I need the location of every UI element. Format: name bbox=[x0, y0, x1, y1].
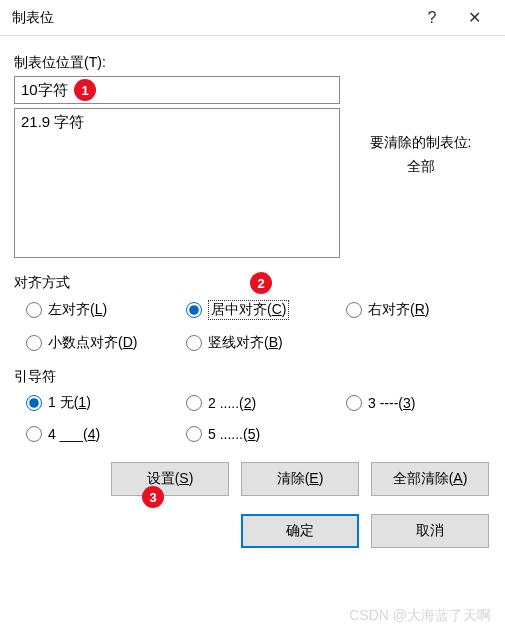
clear-button[interactable]: 清除(E) bbox=[241, 462, 359, 496]
align-right-radio[interactable]: 右对齐(R) bbox=[346, 300, 505, 320]
annotation-marker-1: 1 bbox=[74, 79, 96, 101]
clear-all-button[interactable]: 全部清除(A) bbox=[371, 462, 489, 496]
titlebar: 制表位 ? ✕ bbox=[0, 0, 505, 36]
dialog-button-row: 确定 取消 bbox=[14, 514, 491, 548]
radio-label: 竖线对齐(B) bbox=[208, 334, 283, 352]
dialog-content: 制表位位置(T): 1 21.9 字符 要清除的制表位: 全部 对齐方式 左对齐… bbox=[0, 36, 505, 560]
tab-position-input[interactable] bbox=[14, 76, 340, 104]
leader-section-title: 引导符 bbox=[14, 368, 491, 386]
annotation-marker-3: 3 bbox=[142, 486, 164, 508]
leader-middots-radio[interactable]: 5 ......(5) bbox=[186, 426, 346, 442]
clear-info: 要清除的制表位: 全部 bbox=[350, 76, 491, 258]
position-label: 制表位位置(T): bbox=[14, 54, 491, 72]
tab-position-list[interactable]: 21.9 字符 bbox=[14, 108, 340, 258]
watermark: CSDN @大海蓝了天啊 bbox=[349, 607, 491, 625]
radio-label: 右对齐(R) bbox=[368, 301, 429, 319]
leader-none-radio[interactable]: 1 无(1) bbox=[26, 394, 186, 412]
radio-label: 5 ......(5) bbox=[208, 426, 260, 442]
help-icon: ? bbox=[428, 9, 437, 27]
help-button[interactable]: ? bbox=[411, 3, 453, 33]
action-button-row: 设置(S) 清除(E) 全部清除(A) 3 bbox=[14, 462, 491, 496]
leader-group: 1 无(1) 2 .....(2) 3 ----(3) 4 ___(4) 5 .… bbox=[14, 394, 491, 442]
clear-hint-line1: 要清除的制表位: bbox=[370, 134, 472, 152]
ok-button[interactable]: 确定 bbox=[241, 514, 359, 548]
align-center-radio[interactable]: 居中对齐(C) 2 bbox=[186, 300, 346, 320]
close-icon: ✕ bbox=[468, 8, 481, 27]
align-bar-radio[interactable]: 竖线对齐(B) bbox=[186, 334, 346, 352]
alignment-group: 左对齐(L) 居中对齐(C) 2 右对齐(R) 小数点对齐(D) 竖线对齐(B) bbox=[14, 300, 491, 352]
radio-label: 小数点对齐(D) bbox=[48, 334, 137, 352]
radio-label: 左对齐(L) bbox=[48, 301, 107, 319]
align-left-radio[interactable]: 左对齐(L) bbox=[26, 300, 186, 320]
list-item[interactable]: 21.9 字符 bbox=[21, 113, 333, 132]
radio-label: 3 ----(3) bbox=[368, 395, 415, 411]
leader-underline-radio[interactable]: 4 ___(4) bbox=[26, 426, 186, 442]
cancel-button[interactable]: 取消 bbox=[371, 514, 489, 548]
leader-dashes-radio[interactable]: 3 ----(3) bbox=[346, 394, 505, 412]
leader-dots-radio[interactable]: 2 .....(2) bbox=[186, 394, 346, 412]
align-decimal-radio[interactable]: 小数点对齐(D) bbox=[26, 334, 186, 352]
radio-label: 2 .....(2) bbox=[208, 395, 256, 411]
set-button[interactable]: 设置(S) bbox=[111, 462, 229, 496]
radio-label: 4 ___(4) bbox=[48, 426, 100, 442]
clear-hint-line2: 全部 bbox=[407, 158, 435, 176]
radio-label: 1 无(1) bbox=[48, 394, 91, 412]
radio-label: 居中对齐(C) bbox=[208, 300, 289, 320]
annotation-marker-2: 2 bbox=[250, 272, 272, 294]
close-button[interactable]: ✕ bbox=[453, 3, 495, 33]
window-title: 制表位 bbox=[12, 9, 411, 27]
